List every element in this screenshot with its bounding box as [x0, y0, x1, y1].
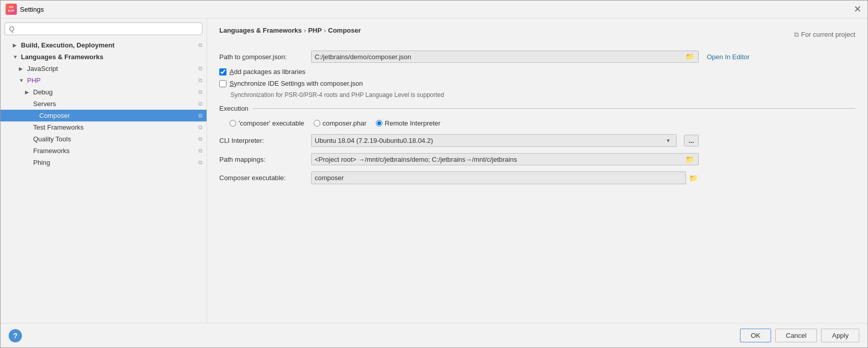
- execution-section: Execution: [219, 105, 855, 112]
- arrow-icon: ▼: [19, 78, 25, 83]
- composer-executable-input[interactable]: [311, 171, 686, 184]
- sidebar-item-debug[interactable]: ▶ Debug ⧉: [1, 86, 207, 98]
- browse-button[interactable]: 📁: [684, 53, 695, 61]
- ok-button[interactable]: OK: [740, 329, 771, 342]
- content-area: ▶ Build, Execution, Deployment ⧉ ▼ Langu…: [1, 18, 867, 323]
- radio-composer-executable-label: 'composer' executable: [239, 119, 304, 127]
- title-bar: PSEAP Settings ✕: [1, 1, 867, 18]
- main-panel: Languages & Frameworks › PHP › Composer …: [207, 18, 867, 323]
- radio-remote-interpreter[interactable]: Remote Interpreter: [376, 119, 441, 127]
- divider-line: [252, 108, 855, 109]
- apply-button[interactable]: Apply: [821, 329, 859, 342]
- copy-icon: ⧉: [198, 147, 202, 154]
- sidebar-item-label: Composer: [39, 112, 198, 119]
- execution-label: Execution: [219, 105, 248, 112]
- breadcrumb-part1: Languages & Frameworks: [219, 27, 302, 34]
- cli-interpreter-row: CLI Interpreter: Ubuntu 18.04 (7.2.19-0u…: [219, 134, 855, 147]
- footer: ? OK Cancel Apply: [1, 323, 867, 347]
- project-icon: ⧉: [794, 31, 799, 39]
- sidebar-item-quality-tools[interactable]: Quality Tools ⧉: [1, 133, 207, 145]
- path-input-wrapper: 📁: [311, 51, 699, 63]
- close-button[interactable]: ✕: [853, 5, 862, 14]
- dialog-title: Settings: [20, 6, 44, 13]
- sidebar-item-label: Debug: [33, 88, 198, 96]
- sync-hint: Synchronization for PSR-0/PSR-4 roots an…: [219, 91, 855, 98]
- radio-composer-phar[interactable]: composer.phar: [314, 119, 367, 127]
- radio-row: 'composer' executable composer.phar Remo…: [219, 119, 855, 127]
- copy-icon: ⧉: [198, 77, 202, 84]
- add-packages-checkbox[interactable]: [219, 68, 226, 76]
- copy-icon: ⧉: [198, 124, 202, 131]
- open-in-editor-link[interactable]: Open In Editor: [707, 53, 750, 61]
- sync-settings-label: Synchronize IDE Settings with composer.j…: [229, 80, 363, 87]
- copy-icon: ⧉: [198, 65, 202, 72]
- composer-executable-row: Composer executable: 📁: [219, 171, 855, 184]
- breadcrumb-sep1: ›: [304, 27, 306, 34]
- sidebar-item-test-frameworks[interactable]: Test Frameworks ⧉: [1, 121, 207, 133]
- title-bar-left: PSEAP Settings: [6, 4, 44, 15]
- cli-interpreter-select-container: Ubuntu 18.04 (7.2.19-0ubuntu0.18.04.2) ▼: [311, 134, 682, 147]
- help-button[interactable]: ?: [9, 329, 22, 342]
- radio-composer-executable-input[interactable]: [229, 120, 236, 127]
- path-row: Path to composer.json: 📁 Open In Editor: [219, 51, 855, 63]
- app-icon: PSEAP: [6, 4, 17, 15]
- path-mappings-browse-button[interactable]: 📁: [684, 155, 695, 163]
- composer-executable-label: Composer executable:: [219, 174, 311, 182]
- sidebar-item-php[interactable]: ▼ PHP ⧉: [1, 74, 207, 86]
- arrow-icon: ▶: [13, 42, 19, 48]
- for-current-project-label: For current project: [801, 31, 855, 38]
- sidebar-item-label: Quality Tools: [33, 135, 198, 143]
- copy-icon: ⧉: [198, 159, 202, 166]
- settings-dialog: PSEAP Settings ✕ ▶ Build, Execution, Dep…: [0, 0, 868, 348]
- sidebar-item-label: Test Frameworks: [33, 123, 198, 131]
- sidebar-item-languages-frameworks[interactable]: ▼ Languages & Frameworks: [1, 51, 207, 63]
- composer-exec-browse-button[interactable]: 📁: [688, 174, 699, 182]
- sidebar-item-label: Build, Execution, Deployment: [21, 41, 198, 49]
- breadcrumb-part3: Composer: [328, 27, 361, 34]
- copy-icon: ⧉: [198, 136, 202, 142]
- path-mappings-label: Path mappings:: [219, 156, 311, 163]
- search-bar: [1, 18, 207, 39]
- radio-composer-executable[interactable]: 'composer' executable: [229, 119, 304, 127]
- copy-icon: ⧉: [198, 112, 202, 119]
- sync-settings-checkbox[interactable]: [219, 80, 226, 87]
- sidebar-item-label: Frameworks: [33, 147, 198, 155]
- path-mappings-value: <Project root> →/mnt/c/jetbrains/demo; C…: [315, 156, 684, 163]
- path-mappings-wrapper: <Project root> →/mnt/c/jetbrains/demo; C…: [311, 153, 699, 165]
- breadcrumb: Languages & Frameworks › PHP › Composer: [219, 27, 361, 34]
- for-current-project: ⧉ For current project: [794, 31, 855, 39]
- copy-icon: ⧉: [198, 89, 202, 95]
- radio-composer-phar-label: composer.phar: [323, 119, 367, 127]
- cli-interpreter-select-wrapper: Ubuntu 18.04 (7.2.19-0ubuntu0.18.04.2) ▼…: [311, 134, 699, 147]
- sidebar-item-composer[interactable]: Composer ⧉: [1, 110, 207, 121]
- sidebar-item-label: Servers: [33, 100, 198, 108]
- cli-interpreter-label: CLI Interpreter:: [219, 137, 311, 144]
- sidebar-item-label: JavaScript: [27, 65, 198, 72]
- breadcrumb-part2: PHP: [308, 27, 322, 34]
- sidebar-item-phing[interactable]: Phing ⧉: [1, 157, 207, 168]
- sidebar-item-javascript[interactable]: ▶ JavaScript ⧉: [1, 63, 207, 74]
- arrow-icon: ▼: [13, 54, 19, 60]
- path-label: Path to composer.json:: [219, 53, 311, 61]
- sidebar-item-label: PHP: [27, 77, 198, 84]
- sidebar: ▶ Build, Execution, Deployment ⧉ ▼ Langu…: [1, 18, 207, 323]
- search-input[interactable]: [5, 22, 202, 35]
- sidebar-item-label: Languages & Frameworks: [21, 53, 202, 61]
- copy-icon: ⧉: [198, 101, 202, 107]
- sidebar-item-label: Phing: [33, 159, 198, 166]
- radio-remote-interpreter-input[interactable]: [376, 120, 382, 127]
- radio-remote-interpreter-label: Remote Interpreter: [385, 119, 441, 127]
- composer-exec-wrapper: 📁: [311, 171, 699, 184]
- sidebar-item-servers[interactable]: Servers ⧉: [1, 98, 207, 110]
- sidebar-item-build-execution-deployment[interactable]: ▶ Build, Execution, Deployment ⧉: [1, 39, 207, 51]
- sidebar-item-frameworks[interactable]: Frameworks ⧉: [1, 145, 207, 157]
- cancel-button[interactable]: Cancel: [775, 329, 817, 342]
- cli-interpreter-select[interactable]: Ubuntu 18.04 (7.2.19-0ubuntu0.18.04.2): [311, 134, 677, 147]
- path-mappings-row: Path mappings: <Project root> →/mnt/c/je…: [219, 153, 855, 165]
- add-packages-row: Add packages as libraries: [219, 68, 855, 76]
- path-input[interactable]: [315, 53, 684, 61]
- arrow-icon: ▶: [19, 66, 25, 71]
- breadcrumb-sep2: ›: [324, 27, 326, 34]
- radio-composer-phar-input[interactable]: [314, 120, 320, 127]
- cli-interpreter-dots-button[interactable]: ...: [684, 135, 699, 146]
